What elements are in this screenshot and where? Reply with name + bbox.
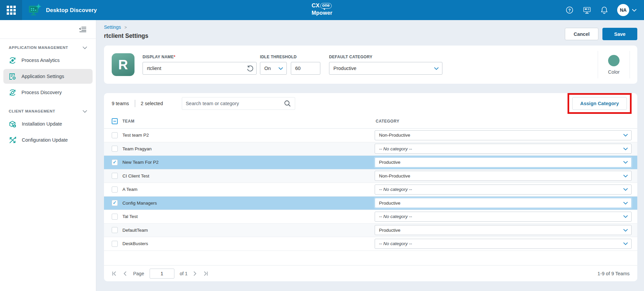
team-row[interactable]: DefaultTeam Productive xyxy=(104,224,637,237)
chevron-down-icon xyxy=(623,202,628,205)
sidebar-item-configuration-update[interactable]: Configuration Update xyxy=(3,133,93,147)
search-icon[interactable] xyxy=(284,100,291,107)
sidebar-item-label: Process Discovery xyxy=(21,90,62,95)
process-discovery-icon xyxy=(9,89,16,96)
section-header-client-management[interactable]: CLIENT MANAGEMENT xyxy=(0,109,96,113)
row-checkbox[interactable] xyxy=(112,214,118,220)
app-title: Desktop Discovery xyxy=(46,7,97,13)
page-title: rtclient Settings xyxy=(104,32,148,40)
pagination: Page of 1 1-9 of 9 Teams xyxy=(104,265,637,281)
team-search[interactable] xyxy=(182,97,295,110)
next-page-icon[interactable] xyxy=(193,271,197,276)
team-row[interactable]: CI Client Test Non-Productive xyxy=(104,169,637,183)
sidebar-item-application-settings[interactable]: Application Settings xyxy=(3,69,93,84)
toolbar-divider xyxy=(135,100,135,107)
row-checkbox[interactable] xyxy=(112,200,118,206)
default-category-select[interactable]: Productive xyxy=(329,62,442,75)
team-name: New Team For P2 xyxy=(122,160,159,165)
idle-threshold-seconds-input[interactable] xyxy=(291,62,320,75)
category-value: Non-Productive xyxy=(379,173,410,178)
page-number-input[interactable] xyxy=(150,269,174,279)
category-select[interactable]: Non-Productive xyxy=(375,171,632,181)
row-checkbox[interactable] xyxy=(112,187,118,193)
default-category-label: DEFAULT CATEGORY xyxy=(329,55,442,59)
category-select[interactable]: Productive xyxy=(375,198,632,208)
sidebar-section-client-management: CLIENT MANAGEMENT Installation Update xyxy=(0,102,96,150)
application-settings-icon xyxy=(9,73,16,80)
category-select[interactable]: Productive xyxy=(375,225,632,235)
row-checkbox[interactable] xyxy=(112,146,118,152)
team-name: Tal Test xyxy=(122,214,138,219)
sidebar-item-process-analytics[interactable]: Process Analytics xyxy=(3,53,93,68)
process-analytics-icon xyxy=(9,57,16,64)
team-row[interactable]: Test team P2 Non-Productive xyxy=(104,129,637,142)
teams-card: 9 teams 2 selected Assign Category TEAM … xyxy=(104,93,637,281)
cancel-button[interactable]: Cancel xyxy=(565,28,598,40)
idle-threshold-label: IDLE THRESHOLD xyxy=(260,55,320,59)
category-select[interactable]: -- No category -- xyxy=(375,144,632,154)
default-category-value: Productive xyxy=(333,66,357,71)
idle-toggle-value: On xyxy=(264,66,271,71)
first-page-icon[interactable] xyxy=(112,271,117,276)
svg-text:?: ? xyxy=(568,8,571,13)
row-checkbox[interactable] xyxy=(112,132,118,138)
row-checkbox[interactable] xyxy=(112,241,118,247)
category-value: Productive xyxy=(379,201,400,206)
chevron-down-icon xyxy=(434,67,439,70)
category-value: -- No category -- xyxy=(379,214,412,219)
cxone-mpower-logo: CX one Mpower xyxy=(312,3,332,16)
select-all-checkbox[interactable] xyxy=(112,118,118,124)
app-launcher-button[interactable] xyxy=(0,0,22,20)
previous-page-icon[interactable] xyxy=(123,271,127,276)
last-page-icon[interactable] xyxy=(203,271,208,276)
help-icon[interactable]: ? xyxy=(566,6,574,14)
teams-count: 9 teams xyxy=(112,101,129,106)
category-select[interactable]: -- No category -- xyxy=(375,185,632,195)
team-row[interactable]: A Team -- No category -- xyxy=(104,183,637,197)
brand: Desktop Discovery xyxy=(28,3,97,17)
row-checkbox[interactable] xyxy=(112,173,118,179)
team-row[interactable]: Team Pragyan -- No category -- xyxy=(104,142,637,156)
sidebar-collapse-icon[interactable] xyxy=(79,26,87,32)
assign-category-button[interactable]: Assign Category xyxy=(572,97,627,110)
display-name-input[interactable] xyxy=(143,62,257,75)
color-label: Color xyxy=(608,69,620,75)
row-checkbox[interactable] xyxy=(112,227,118,233)
main-content: Settings > rtclient Settings Cancel Save… xyxy=(96,20,644,291)
reset-icon[interactable] xyxy=(246,64,254,72)
display-name-label: DISPLAY NAME* xyxy=(143,55,257,59)
presentation-icon[interactable] xyxy=(583,6,591,14)
color-swatch[interactable] xyxy=(608,55,620,66)
category-select[interactable]: Non-Productive xyxy=(375,130,632,140)
notifications-bell-icon[interactable] xyxy=(600,6,608,14)
user-avatar[interactable]: NA xyxy=(617,4,629,16)
category-value: Non-Productive xyxy=(379,133,410,138)
color-picker[interactable]: Color xyxy=(598,51,630,78)
team-row[interactable]: DeskBusters -- No category -- xyxy=(104,237,637,251)
category-select[interactable]: -- No category -- xyxy=(375,239,632,249)
category-select[interactable]: -- No category -- xyxy=(375,212,632,222)
chevron-down-icon xyxy=(623,188,628,191)
page-label: Page xyxy=(133,271,144,276)
section-header-application-management[interactable]: APPLICATION MANAGEMENT xyxy=(0,46,96,50)
category-value: -- No category -- xyxy=(379,187,412,192)
sidebar-item-installation-update[interactable]: Installation Update xyxy=(3,117,93,131)
team-row[interactable]: Config Managers Productive xyxy=(104,197,637,210)
team-name: DeskBusters xyxy=(122,241,148,246)
breadcrumb-separator: > xyxy=(124,25,127,30)
idle-threshold-toggle[interactable]: On xyxy=(260,62,287,75)
team-row[interactable]: Tal Test -- No category -- xyxy=(104,210,637,224)
teams-toolbar: 9 teams 2 selected Assign Category xyxy=(104,93,637,114)
breadcrumb-settings[interactable]: Settings xyxy=(104,24,121,30)
user-menu[interactable]: NA xyxy=(617,4,637,16)
team-row[interactable]: New Team For P2 Productive xyxy=(104,156,637,169)
team-search-input[interactable] xyxy=(186,101,284,106)
sidebar-item-process-discovery[interactable]: Process Discovery xyxy=(3,85,93,100)
save-button[interactable]: Save xyxy=(602,28,637,40)
chevron-down-icon xyxy=(623,147,628,150)
configuration-update-icon xyxy=(9,136,17,144)
team-name: Test team P2 xyxy=(122,133,149,138)
row-checkbox[interactable] xyxy=(112,159,118,165)
category-select[interactable]: Productive xyxy=(375,157,632,167)
team-name: CI Client Test xyxy=(122,173,149,178)
